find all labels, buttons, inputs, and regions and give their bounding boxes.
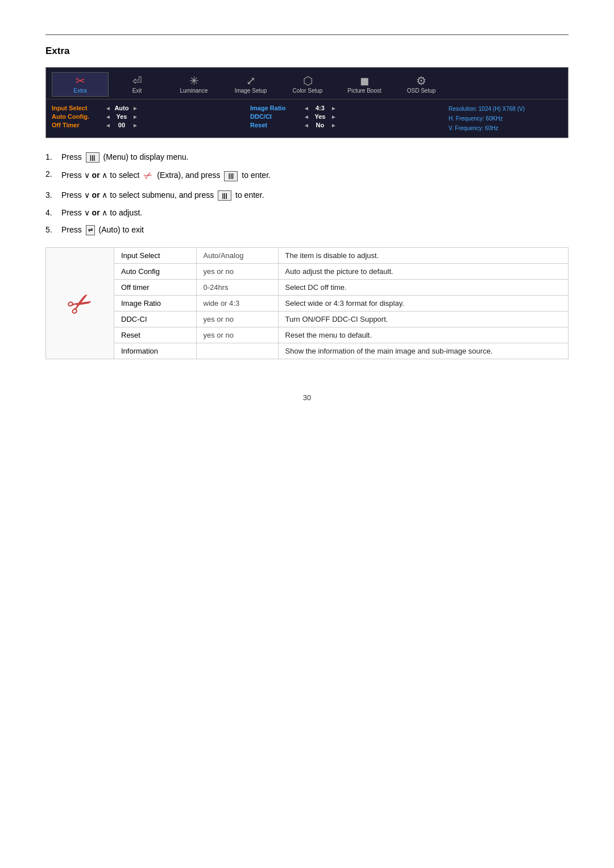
instr-text-1: Press ||| (Menu) to display menu. <box>61 151 569 163</box>
instr-num-1: 1. <box>45 151 61 163</box>
menu-button-icon-2: ||| <box>224 171 238 181</box>
osd-arrow-left-2: ◄ <box>105 114 111 120</box>
osd-color-setup-label: Color Setup <box>293 88 323 94</box>
osd-menu-osd-setup: ⚙ OSD Setup <box>393 73 450 96</box>
instr-num-2: 2. <box>45 168 61 180</box>
osd-osd-setup-label: OSD Setup <box>407 88 436 94</box>
table-cell-desc-7: Show the information of the main image a… <box>278 343 568 359</box>
instr-num-3: 3. <box>45 189 61 201</box>
instr-num-5: 5. <box>45 223 61 236</box>
osd-image-setup-label: Image Setup <box>235 88 267 94</box>
osd-arrow-right-3: ► <box>132 122 138 128</box>
menu-button-icon-1: ||| <box>86 152 99 163</box>
instr-text-5: Press ⇄ (Auto) to exit <box>61 223 569 236</box>
auto-button-icon: ⇄ <box>86 225 95 235</box>
table-cell-options-1: Auto/Analog <box>196 248 278 264</box>
osd-arrow-left-3: ◄ <box>105 122 111 128</box>
osd-content: Input Select ◄ Auto ► Auto Config. ◄ Yes… <box>46 99 568 138</box>
osd-exit-label: Exit <box>132 88 142 94</box>
table-cell-item-3: Off timer <box>114 280 196 296</box>
osd-info-column: Resolution: 1024 (H) X768 (V) H. Frequen… <box>449 103 562 133</box>
table-row-image-ratio: Image Ratio wide or 4:3 Select wide or 4… <box>114 296 568 312</box>
osd-menu-exit: ⏎ Exit <box>109 73 165 96</box>
reference-table-wrapper: ✂ Input Select Auto/Analog The item is d… <box>45 247 569 359</box>
osd-value-off-timer: 00 <box>113 122 130 128</box>
exit-icon: ⏎ <box>132 75 142 86</box>
osd-picture-boost-label: Picture Boost <box>347 88 381 94</box>
osd-menu-luminance: ✳ Luminance <box>165 73 222 96</box>
top-divider <box>45 34 569 35</box>
table-cell-item-5: DDC-CI <box>114 312 196 327</box>
page-number: 30 <box>45 393 569 402</box>
table-row-off-timer: Off timer 0-24hrs Select DC off time. <box>114 280 568 296</box>
table-cell-desc-1: The item is disable to adjust. <box>278 248 568 264</box>
osd-menu-extra: ✂ Extra <box>52 72 109 97</box>
osd-arrow-left-5: ◄ <box>304 114 309 120</box>
instr-text-4: Press ∨ or ∧ to adjust. <box>61 206 569 219</box>
osd-luminance-label: Luminance <box>180 88 208 94</box>
table-cell-item-2: Auto Config <box>114 264 196 280</box>
osd-arrow-right-6: ► <box>331 122 337 128</box>
menu-button-icon-3: ||| <box>218 190 231 201</box>
table-cell-item-7: Information <box>114 343 196 359</box>
instr-text-3: Press ∨ or ∧ to select submenu, and pres… <box>61 189 569 201</box>
instr-or-4: or <box>92 208 100 217</box>
osd-arrow-left-4: ◄ <box>304 105 309 111</box>
table-cell-desc-6: Reset the menu to default. <box>278 327 568 343</box>
osd-menu-picture-boost: ◼ Picture Boost <box>336 73 393 96</box>
osd-label-reset: Reset <box>250 122 301 128</box>
osd-row-off-timer: Off Timer ◄ 00 ► <box>52 122 239 128</box>
osd-row-auto-config: Auto Config. ◄ Yes ► <box>52 113 239 120</box>
osd-value-ddc-ci: Yes <box>312 113 329 120</box>
table-row-input-select: Input Select Auto/Analog The item is dis… <box>114 248 568 264</box>
extra-scissors-icon: ✂ <box>140 167 156 185</box>
instruction-4: 4. Press ∨ or ∧ to adjust. <box>45 206 569 219</box>
osd-value-reset: No <box>312 122 329 128</box>
osd-label-input-select: Input Select <box>52 105 103 111</box>
instr-or-2: or <box>92 171 100 180</box>
osd-screenshot: ✂ Extra ⏎ Exit ✳ Luminance ⤢ Image Setup… <box>45 67 569 138</box>
instruction-2: 2. Press ∨ or ∧ to select ✂ (Extra), and… <box>45 168 569 184</box>
image-setup-icon: ⤢ <box>246 75 256 86</box>
osd-arrow-right-2: ► <box>132 114 138 120</box>
osd-label-ddc-ci: DDC/CI <box>250 113 301 120</box>
table-row-information: Information Show the information of the … <box>114 343 568 359</box>
table-cell-desc-5: Turn ON/OFF DDC-CI Support. <box>278 312 568 327</box>
osd-resolution: Resolution: 1024 (H) X768 (V) <box>449 106 562 112</box>
osd-row-image-ratio: Image Ratio ◄ 4:3 ► <box>250 105 437 111</box>
instruction-1: 1. Press ||| (Menu) to display menu. <box>45 151 569 163</box>
table-cell-desc-2: Auto adjust the picture to default. <box>278 264 568 280</box>
osd-row-ddc-ci: DDC/CI ◄ Yes ► <box>250 113 437 120</box>
page-title: Extra <box>45 45 569 57</box>
osd-arrow-left-6: ◄ <box>304 122 309 128</box>
table-cell-item-4: Image Ratio <box>114 296 196 312</box>
ref-scissors-icon: ✂ <box>60 283 99 325</box>
table-cell-item-6: Reset <box>114 327 196 343</box>
table-row-reset: Reset yes or no Reset the menu to defaul… <box>114 327 568 343</box>
osd-label-off-timer: Off Timer <box>52 122 103 128</box>
instructions-section: 1. Press ||| (Menu) to display menu. 2. … <box>45 151 569 236</box>
instr-text-2: Press ∨ or ∧ to select ✂ (Extra), and pr… <box>61 168 569 184</box>
osd-extra-label: Extra <box>73 88 86 94</box>
table-cell-desc-3: Select DC off time. <box>278 280 568 296</box>
osd-label-image-ratio: Image Ratio <box>250 105 301 111</box>
instr-or-3: or <box>92 190 100 200</box>
table-row-ddc-ci: DDC-CI yes or no Turn ON/OFF DDC-CI Supp… <box>114 312 568 327</box>
osd-arrow-left-1: ◄ <box>105 105 111 111</box>
osd-arrow-right-1: ► <box>132 105 138 111</box>
ref-icon-cell: ✂ <box>46 248 114 359</box>
extra-icon: ✂ <box>76 75 85 86</box>
picture-boost-icon: ◼ <box>360 75 370 86</box>
osd-arrow-right-4: ► <box>331 105 337 111</box>
osd-left-panel: Input Select ◄ Auto ► Auto Config. ◄ Yes… <box>52 103 239 133</box>
table-cell-options-6: yes or no <box>196 327 278 343</box>
table-cell-desc-4: Select wide or 4:3 format for display. <box>278 296 568 312</box>
osd-menu-color-setup: ⬡ Color Setup <box>279 73 336 96</box>
table-row-auto-config: Auto Config yes or no Auto adjust the pi… <box>114 264 568 280</box>
color-setup-icon: ⬡ <box>303 75 313 86</box>
osd-row-input-select: Input Select ◄ Auto ► <box>52 105 239 111</box>
osd-menu-bar: ✂ Extra ⏎ Exit ✳ Luminance ⤢ Image Setup… <box>46 68 568 99</box>
osd-row-reset: Reset ◄ No ► <box>250 122 437 128</box>
table-cell-options-5: yes or no <box>196 312 278 327</box>
osd-setup-icon: ⚙ <box>416 75 426 86</box>
